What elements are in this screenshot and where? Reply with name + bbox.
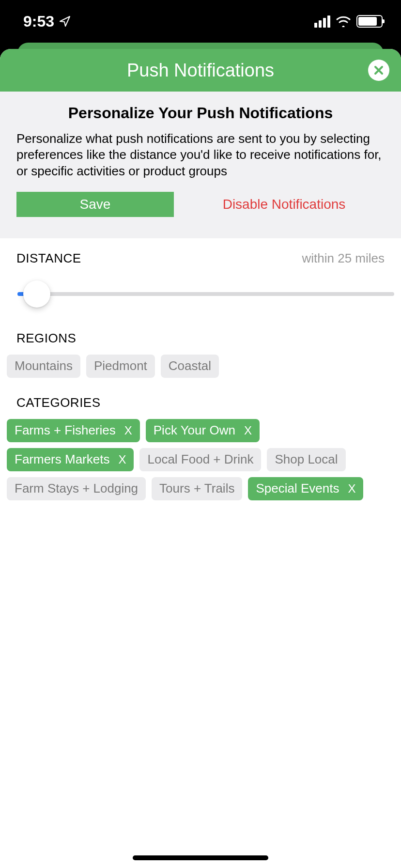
categories-section: CATEGORIES Farms + FisheriesXPick Your O… [16, 395, 385, 500]
chip-label: Local Food + Drink [147, 452, 253, 467]
status-bar: 9:53 [0, 0, 401, 43]
category-chip-special-events[interactable]: Special EventsX [248, 477, 363, 500]
category-chip-shop-local[interactable]: Shop Local [267, 448, 345, 471]
category-chip-pick-your-own[interactable]: Pick Your OwnX [146, 419, 260, 442]
intro-heading: Personalize Your Push Notifications [16, 104, 385, 122]
cellular-icon [314, 16, 330, 28]
modal-title: Push Notifications [127, 60, 274, 81]
chip-label: Piedmont [94, 358, 147, 373]
category-chip-farm-stays-lodging[interactable]: Farm Stays + Lodging [7, 477, 146, 500]
category-chip-tours-trails[interactable]: Tours + Trails [152, 477, 242, 500]
remove-icon: X [118, 453, 126, 466]
chip-label: Farmers Markets [15, 452, 109, 467]
slider-thumb[interactable] [23, 280, 50, 308]
modal-header: Push Notifications [0, 49, 401, 92]
regions-section: REGIONS MountainsPiedmontCoastal [16, 331, 385, 378]
distance-header: DISTANCE within 25 miles [16, 251, 385, 266]
battery-icon [356, 15, 383, 28]
categories-header: CATEGORIES [16, 395, 385, 410]
status-icons [314, 15, 383, 28]
content: DISTANCE within 25 miles REGIONS Mountai… [0, 238, 401, 518]
chip-label: Pick Your Own [154, 423, 235, 438]
distance-slider[interactable] [16, 275, 394, 313]
regions-header: REGIONS [16, 331, 385, 346]
intro-text: Personalize what push notifications are … [16, 131, 385, 179]
region-chip-coastal[interactable]: Coastal [161, 355, 219, 378]
regions-chips: MountainsPiedmontCoastal [7, 355, 385, 378]
regions-label: REGIONS [16, 331, 76, 346]
location-icon [59, 16, 71, 27]
chip-label: Mountains [15, 358, 73, 373]
button-row: Save Disable Notifications [16, 192, 385, 217]
remove-icon: X [124, 424, 132, 437]
chip-label: Tours + Trails [159, 481, 234, 496]
distance-section: DISTANCE within 25 miles [16, 251, 385, 313]
wifi-icon [335, 16, 352, 27]
chip-label: Farms + Fisheries [15, 423, 116, 438]
close-button[interactable] [368, 60, 389, 81]
modal-sheet: Push Notifications Personalize Your Push… [0, 49, 401, 868]
region-chip-piedmont[interactable]: Piedmont [86, 355, 155, 378]
intro-block: Personalize Your Push Notifications Pers… [0, 92, 401, 238]
category-chip-farms-fisheries[interactable]: Farms + FisheriesX [7, 419, 140, 442]
region-chip-mountains[interactable]: Mountains [7, 355, 80, 378]
save-button[interactable]: Save [16, 192, 174, 217]
remove-icon: X [348, 482, 355, 496]
chip-label: Shop Local [275, 452, 338, 467]
close-icon [373, 65, 384, 76]
category-chip-local-food-drink[interactable]: Local Food + Drink [139, 448, 261, 471]
category-chip-farmers-markets[interactable]: Farmers MarketsX [7, 448, 134, 471]
status-time: 9:53 [23, 13, 71, 31]
chip-label: Farm Stays + Lodging [15, 481, 138, 496]
disable-notifications-button[interactable]: Disable Notifications [184, 192, 385, 217]
status-time-text: 9:53 [23, 13, 54, 31]
slider-track-bg [17, 292, 394, 296]
home-indicator[interactable] [133, 855, 268, 860]
distance-value: within 25 miles [302, 251, 385, 266]
chip-label: Special Events [256, 481, 339, 496]
remove-icon: X [244, 424, 252, 437]
chip-label: Coastal [169, 358, 211, 373]
categories-label: CATEGORIES [16, 395, 101, 410]
categories-chips: Farms + FisheriesXPick Your OwnXFarmers … [7, 419, 385, 500]
distance-label: DISTANCE [16, 251, 81, 266]
